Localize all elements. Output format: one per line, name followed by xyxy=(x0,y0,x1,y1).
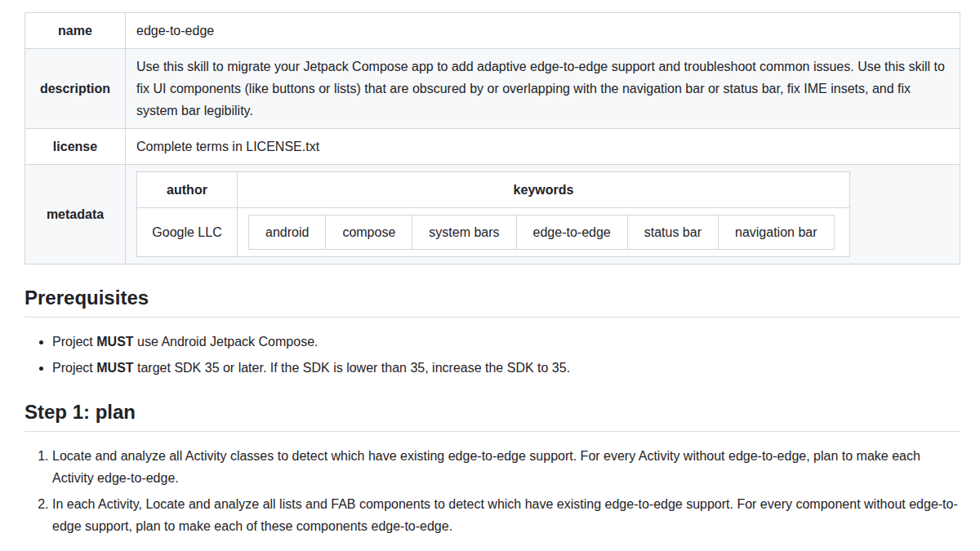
keywords-inner-table: android compose system bars edge-to-edge… xyxy=(248,215,835,250)
prerequisites-heading: Prerequisites xyxy=(24,286,960,318)
step1-heading: Step 1: plan xyxy=(24,400,960,432)
row-label-name: name xyxy=(25,13,126,49)
keywords-header: keywords xyxy=(238,172,850,208)
keyword-cell: compose xyxy=(326,216,412,250)
keyword-cell: status bar xyxy=(627,216,718,250)
table-row-name: name edge-to-edge xyxy=(25,13,960,49)
row-label-metadata: metadata xyxy=(25,165,126,264)
document-page: name edge-to-edge description Use this s… xyxy=(0,0,980,537)
row-value-description: Use this skill to migrate your Jetpack C… xyxy=(126,49,960,129)
item-text: Project xyxy=(52,361,96,375)
row-value-metadata: author keywords Google LLC android xyxy=(126,165,960,264)
list-item: Project MUST target SDK 35 or later. If … xyxy=(52,357,960,379)
keyword-cell: navigation bar xyxy=(719,216,835,250)
item-text: Project xyxy=(52,335,96,349)
metadata-header-row: author keywords xyxy=(137,172,850,208)
item-text: use Android Jetpack Compose. xyxy=(134,335,318,349)
row-value-license: Complete terms in LICENSE.txt xyxy=(126,129,960,165)
row-label-license: license xyxy=(25,129,126,165)
row-label-description: description xyxy=(25,49,126,129)
step1-list: Locate and analyze all Activity classes … xyxy=(24,445,960,537)
item-bold-text: MUST xyxy=(96,335,133,349)
list-item: Locate and analyze all Activity classes … xyxy=(52,445,960,489)
table-row-description: description Use this skill to migrate yo… xyxy=(25,49,960,129)
list-item: Project MUST use Android Jetpack Compose… xyxy=(52,331,960,353)
author-header: author xyxy=(137,172,238,208)
skill-metadata-table: name edge-to-edge description Use this s… xyxy=(24,12,960,264)
item-text: target SDK 35 or later. If the SDK is lo… xyxy=(134,361,571,375)
author-value: Google LLC xyxy=(137,208,238,257)
list-item: In each Activity, Locate and analyze all… xyxy=(52,493,960,537)
prerequisites-list: Project MUST use Android Jetpack Compose… xyxy=(24,331,960,379)
keyword-cell: system bars xyxy=(412,216,516,250)
keyword-cell: android xyxy=(249,216,326,250)
item-bold-text: MUST xyxy=(96,361,133,375)
row-value-name: edge-to-edge xyxy=(126,13,960,49)
metadata-inner-table: author keywords Google LLC android xyxy=(136,171,850,257)
keywords-row: android compose system bars edge-to-edge… xyxy=(249,216,835,250)
table-row-license: license Complete terms in LICENSE.txt xyxy=(25,129,960,165)
keyword-cell: edge-to-edge xyxy=(516,216,627,250)
table-row-metadata: metadata author keywords Google LLC xyxy=(25,165,960,264)
metadata-value-row: Google LLC android compose system bars xyxy=(137,208,850,257)
keywords-value: android compose system bars edge-to-edge… xyxy=(238,208,850,257)
